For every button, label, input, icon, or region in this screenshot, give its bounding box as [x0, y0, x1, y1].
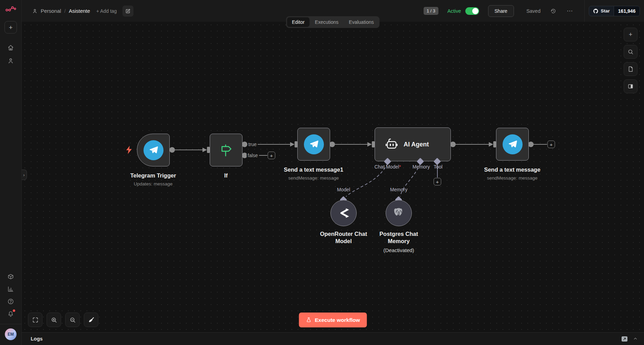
more-options-button[interactable]: ⋯ — [567, 7, 573, 15]
open-logs-window-button[interactable] — [622, 336, 627, 342]
node-label-send1: Send a text message1 sendMessage: messag… — [274, 166, 353, 181]
connection-chatmodel-openrouter — [346, 163, 388, 197]
tab-editor[interactable]: Editor — [287, 17, 309, 27]
github-star-button[interactable]: Star — [589, 6, 614, 16]
tab-executions[interactable]: Executions — [310, 17, 343, 27]
output-dot-if-true[interactable] — [242, 142, 247, 147]
sidebar: + — [0, 0, 22, 345]
node-postgres-chat-memory[interactable] — [386, 200, 412, 226]
execute-workflow-label: Execute workflow — [315, 317, 360, 323]
search-icon — [627, 49, 634, 55]
telegram-plane-icon — [309, 139, 319, 150]
add-node-after-send2-button[interactable]: + — [547, 141, 555, 148]
sidebar-item-insights[interactable] — [4, 283, 18, 295]
new-workflow-button[interactable]: + — [4, 21, 17, 33]
output-dot-aiagent[interactable] — [450, 142, 456, 147]
node-title: Send a text message1 — [274, 166, 353, 173]
output-label-false: false — [247, 153, 259, 158]
sidebar-item-templates[interactable] — [4, 271, 18, 282]
connection-memory-postgres — [400, 163, 420, 197]
input-port-send1 — [295, 141, 297, 147]
share-button[interactable]: Share — [488, 5, 514, 17]
add-sticky-note-button[interactable] — [624, 62, 637, 76]
node-if[interactable] — [210, 134, 242, 166]
logs-actions — [622, 336, 638, 342]
telegram-icon — [503, 134, 523, 154]
fit-view-icon — [32, 317, 39, 323]
node-status-deactivated: (Deactivated) — [366, 247, 432, 253]
tab-evaluations[interactable]: Evaluations — [344, 17, 378, 27]
sidebar-item-personal[interactable] — [4, 55, 18, 67]
tidy-up-button[interactable] — [84, 313, 98, 327]
search-nodes-button[interactable] — [624, 45, 637, 59]
output-dot-send2[interactable] — [528, 142, 534, 147]
subport-label-memory: Memory — [390, 187, 408, 192]
sidebar-divider — [0, 324, 22, 324]
package-icon — [7, 273, 14, 280]
history-icon — [550, 8, 556, 14]
split-panel-button[interactable] — [624, 79, 637, 93]
workflow-history-button[interactable] — [550, 8, 556, 14]
canvas-right-toolbar: + — [624, 28, 637, 93]
node-openrouter-chat-model[interactable] — [330, 200, 357, 226]
active-toggle[interactable] — [465, 7, 479, 15]
add-node-button[interactable]: + — [624, 28, 637, 41]
add-node-after-false-button[interactable]: + — [268, 152, 275, 159]
node-telegram-trigger[interactable] — [137, 134, 170, 166]
port-label-tool: Tool — [434, 164, 443, 170]
node-ai-agent[interactable]: AI Agent — [375, 127, 451, 161]
output-label-true: true — [247, 142, 258, 147]
note-icon — [627, 66, 634, 72]
zoom-out-button[interactable] — [65, 313, 80, 327]
arrowhead — [202, 148, 207, 152]
avatar[interactable]: EM — [5, 328, 17, 340]
node-title: If — [186, 172, 266, 179]
input-port-send2 — [493, 141, 496, 147]
breadcrumb-project[interactable]: Personal — [41, 8, 61, 14]
arrowhead — [290, 142, 295, 147]
popup-icon — [623, 337, 626, 341]
output-dot-send1[interactable] — [329, 142, 335, 147]
project-user-icon — [32, 8, 38, 14]
node-subtitle: Updates: message — [113, 181, 193, 186]
user-icon — [7, 57, 14, 64]
add-tool-button[interactable]: + — [434, 178, 441, 185]
github-star-count[interactable]: 161,946 — [614, 6, 640, 16]
panel-collapse-handle[interactable]: › — [22, 170, 27, 180]
sidebar-item-home[interactable] — [4, 42, 18, 54]
n8n-app: + — [0, 0, 644, 345]
fit-view-button[interactable] — [28, 313, 42, 327]
zoom-in-button[interactable] — [47, 313, 61, 327]
port-label-text: Chat Model — [374, 164, 399, 170]
logs-title: Logs — [31, 336, 43, 342]
github-icon — [593, 8, 598, 14]
top-bar-right: 1 / 3 Active Share Saved ⋯ Star — [424, 0, 644, 22]
execute-workflow-button[interactable]: Execute workflow — [299, 313, 367, 327]
breadcrumb: Personal / Asistente — [32, 8, 90, 14]
n8n-logo[interactable] — [6, 6, 16, 13]
sidebar-nav — [4, 42, 18, 67]
add-tag-button[interactable]: + Add tag — [96, 8, 117, 14]
workflow-canvas[interactable]: Telegram Trigger Updates: message If tru… — [22, 22, 644, 332]
sidebar-item-notifications[interactable] — [4, 308, 18, 320]
help-icon — [7, 298, 14, 305]
logs-bar[interactable]: Logs — [22, 332, 644, 345]
node-label-openrouter: OpenRouter Chat Model — [311, 230, 376, 245]
canvas-zoom-toolbar — [28, 313, 98, 327]
edit-icon — [125, 8, 131, 14]
chevron-up-icon[interactable] — [633, 336, 638, 341]
telegram-icon — [143, 140, 164, 160]
node-send-message2[interactable] — [496, 128, 529, 161]
output-dot-if-false[interactable] — [242, 153, 247, 158]
split-panel-icon — [627, 83, 634, 89]
trigger-bolt-icon — [125, 145, 133, 154]
input-port-if — [207, 147, 210, 153]
sidebar-item-help[interactable] — [4, 296, 18, 307]
output-dot-telegram[interactable] — [169, 147, 175, 153]
arrowhead — [489, 142, 493, 147]
home-icon — [7, 44, 14, 51]
workflow-name[interactable]: Asistente — [69, 8, 90, 14]
node-send-message1[interactable] — [297, 128, 330, 161]
rename-workflow-button[interactable] — [122, 6, 133, 17]
node-title: Send a text message — [473, 166, 552, 173]
